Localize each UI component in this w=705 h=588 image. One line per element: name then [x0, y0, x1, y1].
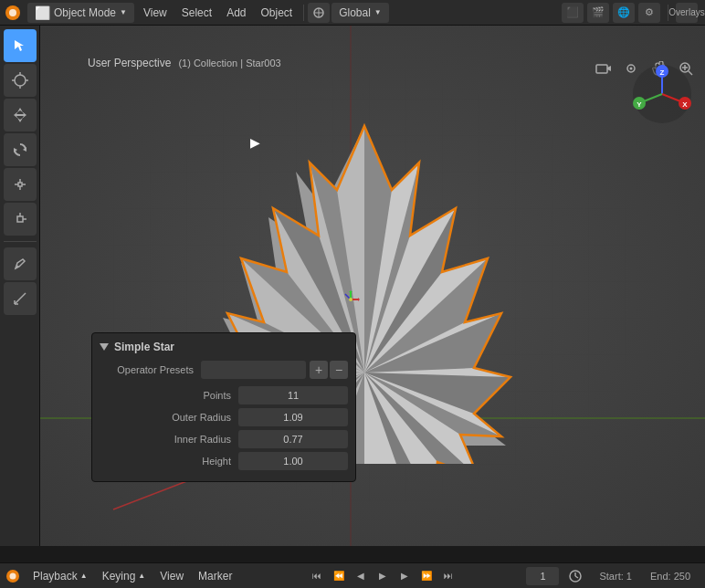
svg-text:Y: Y — [637, 100, 642, 109]
svg-line-79 — [575, 576, 578, 578]
height-label: Height — [100, 456, 238, 467]
separator — [303, 5, 304, 21]
outer-radius-label: Outer Radius — [100, 412, 238, 423]
transform-tool[interactable] — [4, 203, 37, 236]
camera-icon[interactable] — [592, 58, 616, 79]
transform-icon — [308, 3, 330, 23]
select-tool[interactable] — [4, 29, 37, 62]
annotate-tool[interactable] — [4, 247, 37, 280]
presets-label: Operator Presets — [100, 364, 201, 375]
end-label: End: 250 — [643, 571, 698, 582]
svg-rect-13 — [18, 183, 22, 186]
scene-icon[interactable]: 🎬 — [587, 3, 609, 23]
next-keyframe-btn[interactable]: ⏩ — [417, 567, 436, 585]
top-bar-right: ⬛ 🎬 🌐 ⚙ Overlays — [562, 3, 705, 23]
bottom-status-bar: Playback ▲ Keying ▲ View Marker ⏮ ⏪ ◀ ▶ … — [0, 562, 705, 588]
marker-menu[interactable]: Marker — [191, 568, 239, 584]
bottom-right: 1 Start: 1 End: 250 — [526, 563, 705, 589]
playback-menu[interactable]: Playback ▲ — [26, 568, 95, 584]
presets-dropdown[interactable] — [201, 361, 306, 379]
left-toolbar — [0, 26, 40, 546]
svg-marker-72 — [349, 290, 352, 292]
cursor-tool[interactable] — [4, 64, 37, 97]
svg-point-5 — [15, 75, 26, 86]
svg-rect-18 — [17, 216, 23, 222]
current-frame[interactable]: 1 — [526, 567, 559, 585]
keying-menu[interactable]: Keying ▲ — [95, 568, 153, 584]
inner-radius-value[interactable]: 0.77 — [238, 430, 348, 448]
presets-remove-btn[interactable]: − — [330, 361, 348, 379]
presets-add-btn[interactable]: + — [310, 361, 328, 379]
mode-selector[interactable]: ⬜ Object Mode ▼ — [27, 3, 134, 23]
play-btn[interactable]: ▶ — [374, 567, 392, 585]
jump-start-btn[interactable]: ⏮ — [308, 567, 326, 585]
svg-text:Z: Z — [660, 68, 665, 77]
top-menu-bar: ⬜ Object Mode ▼ View Select Add Object G… — [0, 0, 705, 26]
measure-tool[interactable] — [4, 282, 37, 315]
points-label: Points — [100, 390, 238, 401]
view-menu[interactable]: View — [136, 5, 174, 21]
start-label: Start: 1 — [592, 571, 638, 582]
render-icon[interactable]: ⬛ — [562, 3, 584, 23]
svg-marker-10 — [14, 108, 26, 122]
svg-point-76 — [10, 572, 16, 579]
outer-radius-row: Outer Radius 1.09 — [100, 408, 348, 426]
view-menu-bottom[interactable]: View — [153, 568, 191, 584]
overlays-btn[interactable]: Overlays — [676, 3, 698, 23]
presets-row: Operator Presets + − — [100, 361, 348, 379]
clock-icon — [563, 563, 588, 589]
scale-tool[interactable] — [4, 168, 37, 201]
keying-chevron: ▲ — [138, 572, 145, 580]
height-value[interactable]: 1.00 — [238, 452, 348, 470]
transform-selector[interactable]: Global ▼ — [331, 3, 389, 23]
origin-gizmo — [342, 290, 360, 309]
add-menu[interactable]: Add — [219, 5, 253, 21]
step-forward-btn[interactable]: ▶ — [395, 567, 414, 585]
prev-keyframe-btn[interactable]: ⏪ — [330, 567, 348, 585]
playback-controls: ⏮ ⏪ ◀ ▶ ▶ ⏩ ⏭ — [308, 567, 458, 585]
playback-chevron: ▲ — [80, 572, 88, 580]
3d-viewport[interactable]: User Perspective (1) Collection | Star00… — [40, 26, 705, 546]
blender-icon — [0, 0, 26, 26]
step-back-btn[interactable]: ◀ — [352, 567, 370, 585]
blender-logo-bottom — [0, 563, 26, 589]
svg-marker-70 — [358, 298, 360, 301]
inner-radius-label: Inner Radius — [100, 434, 238, 445]
settings-icon[interactable]: ⚙ — [638, 3, 660, 23]
presets-buttons: + − — [310, 361, 348, 379]
jump-end-btn[interactable]: ⏭ — [439, 567, 458, 585]
operator-panel: Simple Star Operator Presets + − Points … — [91, 332, 356, 482]
select-menu[interactable]: Select — [174, 5, 219, 21]
svg-line-22 — [15, 293, 26, 304]
object-menu[interactable]: Object — [253, 5, 300, 21]
inner-radius-row: Inner Radius 0.77 — [100, 430, 348, 448]
tool-separator — [4, 241, 37, 242]
points-value[interactable]: 11 — [238, 386, 348, 404]
svg-text:X: X — [682, 100, 688, 109]
svg-point-1 — [9, 9, 16, 16]
rotate-tool[interactable] — [4, 133, 37, 166]
axis-gizmo[interactable]: Z X Y — [630, 62, 694, 126]
collapse-triangle[interactable] — [100, 343, 109, 351]
svg-rect-51 — [596, 65, 607, 73]
svg-point-74 — [349, 298, 352, 301]
height-row: Height 1.00 — [100, 452, 348, 470]
move-tool[interactable] — [4, 99, 37, 131]
points-row: Points 11 — [100, 386, 348, 404]
operator-title: Simple Star — [100, 341, 348, 353]
world-icon[interactable]: 🌐 — [613, 3, 635, 23]
outer-radius-value[interactable]: 1.09 — [238, 408, 348, 426]
